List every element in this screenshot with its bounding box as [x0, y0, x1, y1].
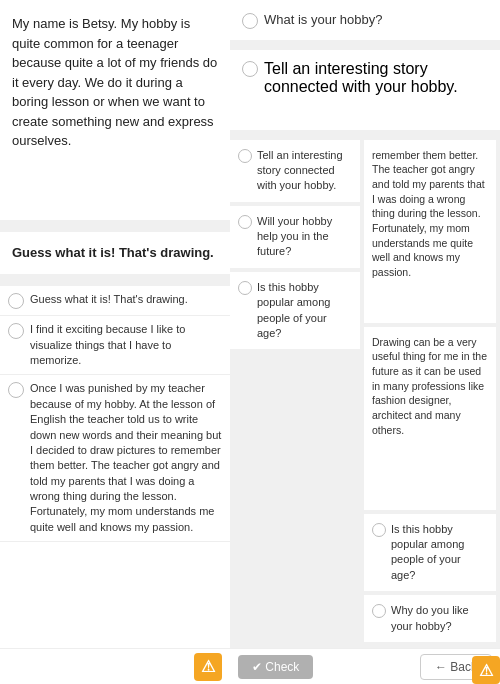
passage-text: My name is Betsy. My hobby is quite comm…: [12, 14, 218, 151]
tell-story-small-card[interactable]: Tell an interesting story connected with…: [230, 140, 360, 202]
hobby-popular-left-text: Is this hobby popular among people of yo…: [257, 280, 352, 342]
radio-lq3[interactable]: [8, 382, 24, 398]
list-item[interactable]: I find it exciting because I like to vis…: [0, 316, 230, 375]
radio-lq2[interactable]: [8, 323, 24, 339]
radio-why-hobby[interactable]: [372, 604, 386, 618]
right-panel: What is your hobby? Tell an interesting …: [230, 0, 500, 684]
middle-section: Tell an interesting story connected with…: [230, 140, 500, 643]
guess-text: Guess what it is! That's drawing.: [12, 244, 218, 262]
radio-lq1[interactable]: [8, 293, 24, 309]
passage-small: remember them better. The teacher got an…: [364, 140, 496, 323]
warning-icon-right: ⚠: [472, 656, 500, 684]
radio-hobby-popular-left[interactable]: [238, 281, 252, 295]
check-button[interactable]: ✔ Check: [238, 655, 313, 679]
list-item[interactable]: Guess what it is! That's drawing.: [0, 286, 230, 316]
question-card-story[interactable]: Tell an interesting story connected with…: [230, 50, 500, 130]
radio-tell-story[interactable]: [238, 149, 252, 163]
middle-left-col: Tell an interesting story connected with…: [230, 140, 360, 643]
drawing-passage: Drawing can be a very useful thing for m…: [364, 327, 496, 510]
will-hobby-card[interactable]: Will your hobby help you in the future?: [230, 206, 360, 268]
rq1-text: What is your hobby?: [264, 10, 383, 30]
drawing-passage-text: Drawing can be a very useful thing for m…: [372, 336, 487, 436]
lq1-text: Guess what it is! That's drawing.: [30, 292, 188, 307]
question-card-hobby[interactable]: What is your hobby?: [230, 0, 500, 40]
radio-hobby-popular-right[interactable]: [372, 523, 386, 537]
hobby-popular-card-left[interactable]: Is this hobby popular among people of yo…: [230, 272, 360, 350]
passage-small-text: remember them better. The teacher got an…: [372, 149, 485, 279]
lq2-text: I find it exciting because I like to vis…: [30, 322, 222, 368]
radio-rq1[interactable]: [242, 13, 258, 29]
tell-story-small-text: Tell an interesting story connected with…: [257, 148, 352, 194]
warning-icon-left: ⚠: [194, 653, 222, 681]
why-hobby-card[interactable]: Why do you like your hobby?: [364, 595, 496, 642]
radio-rq2[interactable]: [242, 61, 258, 77]
hobby-popular-right-text: Is this hobby popular among people of yo…: [391, 522, 488, 584]
list-item[interactable]: Once I was punished by my teacher becaus…: [0, 375, 230, 542]
will-hobby-text: Will your hobby help you in the future?: [257, 214, 352, 260]
left-bottom-bar: ⚠: [0, 648, 230, 684]
left-panel: My name is Betsy. My hobby is quite comm…: [0, 0, 230, 684]
middle-right-col: remember them better. The teacher got an…: [364, 140, 496, 643]
rq2-text: Tell an interesting story connected with…: [264, 60, 488, 96]
main-passage: My name is Betsy. My hobby is quite comm…: [0, 0, 230, 220]
radio-will-hobby[interactable]: [238, 215, 252, 229]
why-hobby-text: Why do you like your hobby?: [391, 603, 488, 634]
lq3-text: Once I was punished by my teacher becaus…: [30, 381, 222, 535]
guess-card: Guess what it is! That's drawing.: [0, 232, 230, 274]
hobby-popular-card-right[interactable]: Is this hobby popular among people of yo…: [364, 514, 496, 592]
left-questions-list: Guess what it is! That's drawing. I find…: [0, 286, 230, 648]
right-bottom-bar: ✔ Check ← Back: [230, 648, 500, 684]
